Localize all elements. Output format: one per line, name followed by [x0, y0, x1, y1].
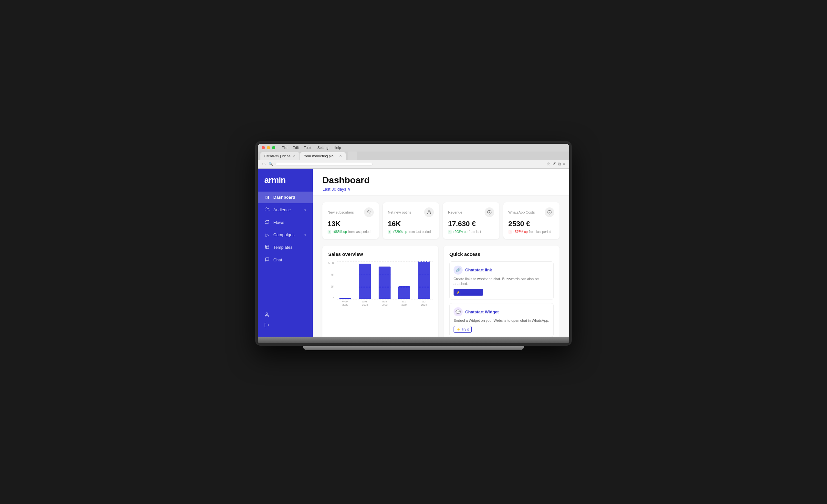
templates-icon — [264, 245, 270, 250]
logo: armin — [258, 175, 313, 192]
back-button[interactable]: ‹ — [262, 161, 263, 166]
bookmark-icon[interactable]: ☆ — [547, 161, 550, 167]
address-bar: ‹ › 🔍 ☆ ↺ ⧉ ≡ — [258, 160, 569, 169]
nav-arrows: ‹ › — [262, 161, 266, 166]
chart-y-axis: 5.8K 4K 2K 0 — [328, 261, 334, 307]
sidebar-item-flows[interactable]: Flows — [258, 216, 313, 229]
stat-change-revenue: ↑ +208% up from last — [448, 230, 494, 234]
tabs-bar: Creativity | ideas ✕ Your marketing pla.… — [258, 152, 569, 160]
qa-item-chatstart-link: 🔗 Chatstart link Create links to whatsap… — [449, 261, 554, 300]
sidebar-item-campaigns-label: Campaigns — [273, 232, 295, 237]
change-icon-optins: ↑ — [388, 230, 392, 234]
menu-icon[interactable]: ≡ — [563, 161, 565, 167]
traffic-light-green[interactable] — [272, 146, 275, 149]
date-filter[interactable]: Last 30 days ∨ — [323, 187, 560, 192]
chart-gridlines — [337, 261, 433, 300]
change-text-revenue: from last — [469, 230, 481, 234]
change-pct-revenue: +208% up — [453, 230, 468, 234]
sidebar-item-dashboard[interactable]: ⊡ Dashboard — [258, 192, 313, 203]
menu-bar: File Edit Tools Setting Help — [282, 146, 341, 150]
try-icon: ⚡ — [456, 327, 460, 331]
gridline-0 — [337, 261, 433, 262]
traffic-light-yellow[interactable] — [267, 146, 270, 149]
audience-icon — [264, 207, 270, 213]
extensions-icon[interactable]: ⧉ — [558, 161, 561, 167]
menu-edit[interactable]: Edit — [293, 146, 299, 150]
stat-label-optins: Net new optins — [388, 207, 434, 217]
dashboard-body: New subscribers — [313, 196, 569, 337]
tab-creativity-close[interactable]: ✕ — [293, 154, 296, 158]
chatstart-link-input[interactable] — [461, 290, 481, 294]
bar-label-0: W50-2023 — [342, 300, 348, 306]
sidebar-item-templates[interactable]: Templates — [258, 241, 313, 253]
address-input[interactable] — [276, 163, 373, 165]
menu-tools[interactable]: Tools — [304, 146, 312, 150]
change-pct-subscribers: +685% up — [332, 230, 347, 234]
search-icon: 🔍 — [269, 162, 273, 166]
sidebar-item-audience[interactable]: Audience ∨ — [258, 204, 313, 216]
profile-icon[interactable] — [264, 312, 306, 318]
bar-label-1: W51-2023 — [362, 300, 368, 306]
y-label-2: 2K — [328, 285, 334, 288]
browser-icons: ☆ ↺ ⧉ ≡ — [547, 161, 565, 167]
sidebar-item-campaigns[interactable]: ▷ Campaigns ∨ — [258, 229, 313, 241]
menu-setting[interactable]: Setting — [317, 146, 328, 150]
stat-value-whatsapp: 2530 € — [508, 220, 555, 228]
traffic-light-red[interactable] — [262, 146, 265, 149]
chart-container: 5.8K 4K 2K 0 — [328, 261, 433, 307]
change-pct-optins: +729% up — [392, 230, 407, 234]
tab-marketing-close[interactable]: ✕ — [339, 154, 342, 158]
qa-item-chatstart-link-header: 🔗 Chatstart link — [453, 265, 549, 274]
stat-card-revenue: Revenue 17.630 € — [443, 202, 499, 239]
bar-label-4: W2-2024 — [421, 300, 427, 306]
tab-creativity-label: Creativity | ideas — [264, 154, 290, 158]
sidebar-item-dashboard-label: Dashboard — [273, 195, 295, 200]
sales-chart-title: Sales overview — [328, 251, 433, 257]
campaigns-icon: ▷ — [264, 232, 270, 238]
audience-chevron-icon: ∨ — [304, 208, 306, 212]
dashboard-title: Dashboard — [323, 175, 560, 186]
menu-file[interactable]: File — [282, 146, 288, 150]
forward-button[interactable]: › — [264, 161, 265, 166]
stat-icon-optins — [424, 207, 434, 217]
sidebar-bottom — [258, 308, 313, 333]
sidebar-item-templates-label: Templates — [273, 245, 292, 250]
chatstart-widget-try-button[interactable]: ⚡ Try it — [453, 326, 472, 333]
stat-change-whatsapp: ↑ +576% up from last period — [508, 230, 555, 234]
sidebar-item-audience-label: Audience — [273, 207, 291, 212]
stat-card-whatsapp: WhatsApp Costs 2530 € — [503, 202, 560, 239]
date-filter-chevron-icon: ∨ — [348, 187, 351, 192]
stat-label-revenue: Revenue — [448, 207, 494, 217]
chatstart-widget-desc: Embed a Widget on your Website to open c… — [453, 318, 549, 323]
chatstart-widget-title: Chatstart Widget — [465, 309, 499, 314]
sidebar: armin ⊡ Dashboard — [258, 169, 313, 337]
menu-help[interactable]: Help — [334, 146, 341, 150]
tab-creativity[interactable]: Creativity | ideas ✕ — [260, 152, 299, 160]
y-label-3: 0 — [328, 297, 334, 300]
logout-icon[interactable] — [264, 322, 306, 329]
change-text-subscribers: from last period — [348, 230, 371, 234]
tab-marketing[interactable]: Your marketing pla... ✕ — [300, 152, 345, 160]
sales-chart-panel: Sales overview 5.8K 4K 2K 0 — [323, 246, 438, 337]
chatstart-widget-icon: 💬 — [453, 307, 463, 316]
refresh-icon[interactable]: ↺ — [552, 161, 556, 167]
stat-value-subscribers: 13K — [328, 220, 374, 228]
panels-row: Sales overview 5.8K 4K 2K 0 — [323, 246, 560, 337]
change-icon-subscribers: ↑ — [328, 230, 331, 234]
dashboard-icon: ⊡ — [264, 195, 270, 200]
stat-card-subscribers: New subscribers — [323, 202, 379, 239]
stats-row: New subscribers — [323, 202, 560, 239]
svg-rect-1 — [265, 245, 269, 248]
gridline-1 — [337, 274, 433, 274]
stat-label-subscribers: New subscribers — [328, 207, 374, 217]
stat-label-whatsapp: WhatsApp Costs — [508, 207, 555, 217]
gridline-2 — [337, 287, 433, 287]
laptop-base — [303, 346, 524, 350]
sidebar-item-chat[interactable]: Chat — [258, 254, 313, 266]
date-filter-label: Last 30 days — [323, 187, 346, 192]
chatstart-link-desc: Create links to whatsapp chat. Buzzwords… — [453, 276, 549, 287]
chatstart-link-bar[interactable]: ⚡ — [453, 289, 483, 296]
new-tab-button[interactable] — [348, 152, 357, 160]
stat-icon-subscribers — [364, 207, 374, 217]
tab-marketing-label: Your marketing pla... — [304, 154, 336, 158]
